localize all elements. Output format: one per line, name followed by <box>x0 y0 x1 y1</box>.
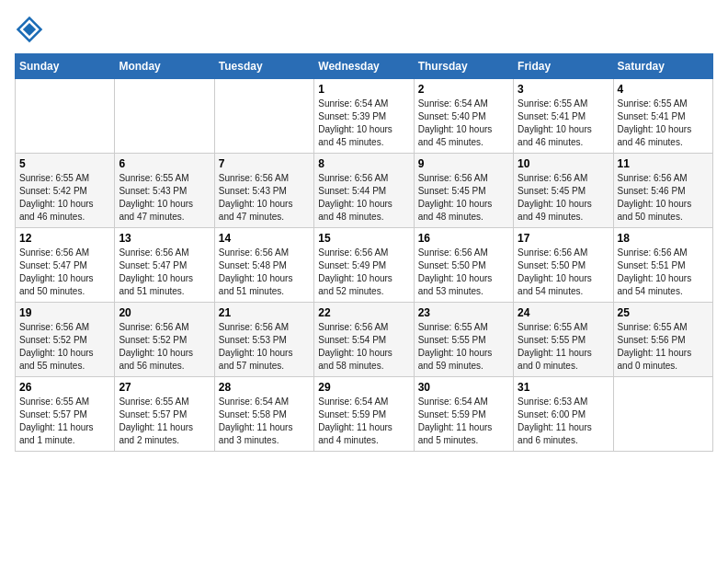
day-number: 25 <box>618 306 709 319</box>
calendar-cell: 30Sunrise: 6:54 AM Sunset: 5:59 PM Dayli… <box>414 377 513 452</box>
day-content: Sunrise: 6:55 AM Sunset: 5:41 PM Dayligh… <box>518 98 609 149</box>
calendar-week-row: 26Sunrise: 6:55 AM Sunset: 5:57 PM Dayli… <box>16 377 713 452</box>
day-content: Sunrise: 6:56 AM Sunset: 5:43 PM Dayligh… <box>219 172 310 224</box>
day-content: Sunrise: 6:55 AM Sunset: 5:56 PM Dayligh… <box>618 321 709 373</box>
day-content: Sunrise: 6:55 AM Sunset: 5:57 PM Dayligh… <box>119 396 210 447</box>
day-number: 4 <box>618 83 709 96</box>
calendar-cell: 19Sunrise: 6:56 AM Sunset: 5:52 PM Dayli… <box>16 303 115 377</box>
day-content: Sunrise: 6:56 AM Sunset: 5:45 PM Dayligh… <box>418 172 509 224</box>
day-content: Sunrise: 6:55 AM Sunset: 5:57 PM Dayligh… <box>19 396 110 447</box>
day-content: Sunrise: 6:56 AM Sunset: 5:50 PM Dayligh… <box>518 247 609 298</box>
day-number: 16 <box>418 232 509 245</box>
calendar-week-row: 19Sunrise: 6:56 AM Sunset: 5:52 PM Dayli… <box>16 303 713 377</box>
day-number: 9 <box>418 157 509 170</box>
day-number: 8 <box>318 157 409 170</box>
day-content: Sunrise: 6:56 AM Sunset: 5:45 PM Dayligh… <box>518 172 609 224</box>
calendar-cell: 22Sunrise: 6:56 AM Sunset: 5:54 PM Dayli… <box>314 303 414 377</box>
calendar-cell: 9Sunrise: 6:56 AM Sunset: 5:45 PM Daylig… <box>414 154 513 228</box>
weekday-header-row: SundayMondayTuesdayWednesdayThursdayFrid… <box>16 54 713 79</box>
calendar-table: SundayMondayTuesdayWednesdayThursdayFrid… <box>15 53 713 452</box>
day-content: Sunrise: 6:55 AM Sunset: 5:55 PM Dayligh… <box>418 321 509 373</box>
day-content: Sunrise: 6:55 AM Sunset: 5:55 PM Dayligh… <box>518 321 609 373</box>
day-content: Sunrise: 6:54 AM Sunset: 5:58 PM Dayligh… <box>219 396 310 447</box>
day-content: Sunrise: 6:54 AM Sunset: 5:39 PM Dayligh… <box>318 98 409 149</box>
day-number: 26 <box>19 381 110 394</box>
day-content: Sunrise: 6:55 AM Sunset: 5:41 PM Dayligh… <box>618 98 709 149</box>
day-content: Sunrise: 6:56 AM Sunset: 5:47 PM Dayligh… <box>19 247 110 298</box>
day-number: 6 <box>119 157 210 170</box>
calendar-cell <box>115 79 214 154</box>
day-content: Sunrise: 6:56 AM Sunset: 5:48 PM Dayligh… <box>219 247 310 298</box>
day-number: 13 <box>119 232 210 245</box>
calendar-cell: 1Sunrise: 6:54 AM Sunset: 5:39 PM Daylig… <box>314 79 414 154</box>
calendar-cell: 14Sunrise: 6:56 AM Sunset: 5:48 PM Dayli… <box>214 228 313 303</box>
day-content: Sunrise: 6:54 AM Sunset: 5:59 PM Dayligh… <box>318 396 409 447</box>
weekday-header: Thursday <box>414 54 513 79</box>
day-number: 1 <box>318 83 409 96</box>
weekday-header: Monday <box>115 54 214 79</box>
calendar-cell: 26Sunrise: 6:55 AM Sunset: 5:57 PM Dayli… <box>16 377 115 452</box>
day-number: 11 <box>618 157 709 170</box>
weekday-header: Tuesday <box>214 54 313 79</box>
day-content: Sunrise: 6:56 AM Sunset: 5:49 PM Dayligh… <box>318 247 409 298</box>
calendar-cell <box>214 79 313 154</box>
calendar-cell: 5Sunrise: 6:55 AM Sunset: 5:42 PM Daylig… <box>16 154 115 228</box>
calendar-cell: 21Sunrise: 6:56 AM Sunset: 5:53 PM Dayli… <box>214 303 313 377</box>
day-number: 27 <box>119 381 210 394</box>
weekday-header: Friday <box>514 54 613 79</box>
day-number: 3 <box>518 83 609 96</box>
day-content: Sunrise: 6:53 AM Sunset: 6:00 PM Dayligh… <box>518 396 609 447</box>
calendar-cell: 10Sunrise: 6:56 AM Sunset: 5:45 PM Dayli… <box>514 154 613 228</box>
day-number: 20 <box>119 306 210 319</box>
calendar-cell: 13Sunrise: 6:56 AM Sunset: 5:47 PM Dayli… <box>115 228 214 303</box>
day-number: 15 <box>318 232 409 245</box>
calendar-cell: 11Sunrise: 6:56 AM Sunset: 5:46 PM Dayli… <box>613 154 712 228</box>
day-number: 12 <box>19 232 110 245</box>
day-number: 7 <box>219 157 310 170</box>
day-number: 10 <box>518 157 609 170</box>
calendar-cell: 23Sunrise: 6:55 AM Sunset: 5:55 PM Dayli… <box>414 303 513 377</box>
weekday-header: Saturday <box>613 54 712 79</box>
calendar-week-row: 5Sunrise: 6:55 AM Sunset: 5:42 PM Daylig… <box>16 154 713 228</box>
day-number: 18 <box>618 232 709 245</box>
day-number: 29 <box>318 381 409 394</box>
day-number: 24 <box>518 306 609 319</box>
day-content: Sunrise: 6:56 AM Sunset: 5:52 PM Dayligh… <box>19 321 110 373</box>
page-header <box>15 15 713 44</box>
day-content: Sunrise: 6:56 AM Sunset: 5:50 PM Dayligh… <box>418 247 509 298</box>
calendar-cell: 20Sunrise: 6:56 AM Sunset: 5:52 PM Dayli… <box>115 303 214 377</box>
calendar-cell: 8Sunrise: 6:56 AM Sunset: 5:44 PM Daylig… <box>314 154 414 228</box>
calendar-cell: 2Sunrise: 6:54 AM Sunset: 5:40 PM Daylig… <box>414 79 513 154</box>
calendar-cell: 16Sunrise: 6:56 AM Sunset: 5:50 PM Dayli… <box>414 228 513 303</box>
calendar-cell: 6Sunrise: 6:55 AM Sunset: 5:43 PM Daylig… <box>115 154 214 228</box>
day-content: Sunrise: 6:54 AM Sunset: 5:59 PM Dayligh… <box>418 396 509 447</box>
day-number: 23 <box>418 306 509 319</box>
day-content: Sunrise: 6:56 AM Sunset: 5:47 PM Dayligh… <box>119 247 210 298</box>
logo <box>15 15 48 44</box>
day-number: 17 <box>518 232 609 245</box>
day-number: 21 <box>219 306 310 319</box>
day-number: 31 <box>518 381 609 394</box>
day-number: 2 <box>418 83 509 96</box>
calendar-cell: 3Sunrise: 6:55 AM Sunset: 5:41 PM Daylig… <box>514 79 613 154</box>
weekday-header: Wednesday <box>314 54 414 79</box>
calendar-cell <box>613 377 712 452</box>
calendar-cell: 29Sunrise: 6:54 AM Sunset: 5:59 PM Dayli… <box>314 377 414 452</box>
calendar-cell: 24Sunrise: 6:55 AM Sunset: 5:55 PM Dayli… <box>514 303 613 377</box>
day-content: Sunrise: 6:56 AM Sunset: 5:44 PM Dayligh… <box>318 172 409 224</box>
calendar-cell: 17Sunrise: 6:56 AM Sunset: 5:50 PM Dayli… <box>514 228 613 303</box>
day-content: Sunrise: 6:55 AM Sunset: 5:42 PM Dayligh… <box>19 172 110 224</box>
day-number: 14 <box>219 232 310 245</box>
day-content: Sunrise: 6:56 AM Sunset: 5:53 PM Dayligh… <box>219 321 310 373</box>
calendar-cell: 7Sunrise: 6:56 AM Sunset: 5:43 PM Daylig… <box>214 154 313 228</box>
day-content: Sunrise: 6:56 AM Sunset: 5:52 PM Dayligh… <box>119 321 210 373</box>
calendar-cell: 31Sunrise: 6:53 AM Sunset: 6:00 PM Dayli… <box>514 377 613 452</box>
calendar-cell: 27Sunrise: 6:55 AM Sunset: 5:57 PM Dayli… <box>115 377 214 452</box>
day-content: Sunrise: 6:54 AM Sunset: 5:40 PM Dayligh… <box>418 98 509 149</box>
logo-icon <box>15 15 44 44</box>
day-number: 19 <box>19 306 110 319</box>
calendar-week-row: 12Sunrise: 6:56 AM Sunset: 5:47 PM Dayli… <box>16 228 713 303</box>
calendar-cell: 28Sunrise: 6:54 AM Sunset: 5:58 PM Dayli… <box>214 377 313 452</box>
calendar-week-row: 1Sunrise: 6:54 AM Sunset: 5:39 PM Daylig… <box>16 79 713 154</box>
day-content: Sunrise: 6:55 AM Sunset: 5:43 PM Dayligh… <box>119 172 210 224</box>
